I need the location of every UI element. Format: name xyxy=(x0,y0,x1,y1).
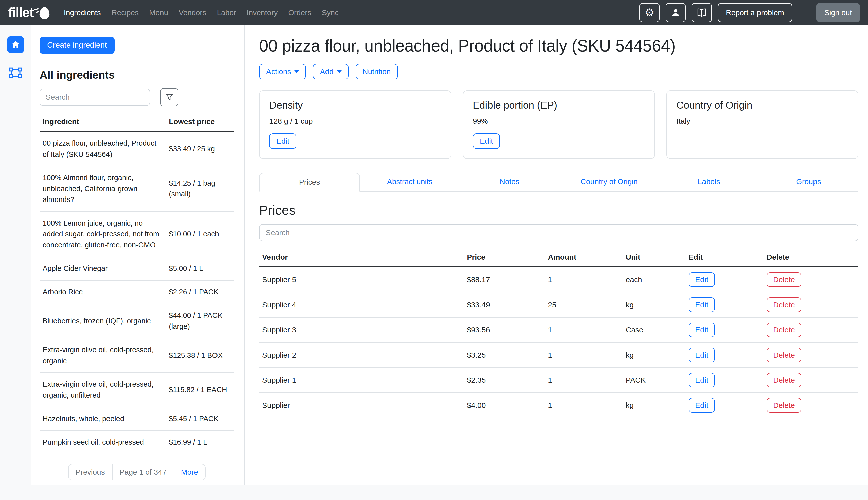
ingredient-name: 100% Almond flour, organic, unbleached, … xyxy=(40,166,169,212)
prices-search-input[interactable] xyxy=(259,224,858,241)
price-row-amount: 1 xyxy=(544,317,622,342)
tab-notes[interactable]: Notes xyxy=(460,173,559,192)
col-lowest-price: Lowest price xyxy=(169,114,234,132)
page-indicator: Page 1 of 347 xyxy=(112,464,174,480)
nav-item-sync[interactable]: Sync xyxy=(322,8,338,17)
ingredient-row[interactable]: Hazelnuts, whole, peeled$5.45 / 1 PACK xyxy=(40,407,234,431)
price-row: Supplier 5$88.171eachEditDelete xyxy=(259,267,858,292)
person-icon xyxy=(670,7,681,18)
nav-item-vendors[interactable]: Vendors xyxy=(178,8,206,17)
delete-price-button[interactable]: Delete xyxy=(766,272,801,287)
ingredient-lowest-price: $14.25 / 1 bag (small) xyxy=(169,166,234,212)
nav-links: IngredientsRecipesMenuVendorsLaborInvent… xyxy=(63,8,338,17)
ingredient-lowest-price: $16.99 / 1 L xyxy=(169,431,234,454)
report-problem-button[interactable]: Report a problem xyxy=(718,3,792,22)
edible-portion-edit-button[interactable]: Edit xyxy=(473,134,500,149)
ingredient-row[interactable]: Blueberries, frozen (IQF), organic$44.00… xyxy=(40,304,234,338)
price-row-unit: Case xyxy=(622,317,685,342)
delete-price-button[interactable]: Delete xyxy=(766,297,801,312)
card-value: 128 g / 1 cup xyxy=(269,117,441,125)
nav-item-orders[interactable]: Orders xyxy=(288,8,311,17)
price-row-amount: 1 xyxy=(544,367,622,393)
ingredient-lowest-price: $2.26 / 1 PACK xyxy=(169,281,234,304)
nav-item-menu[interactable]: Menu xyxy=(149,8,168,17)
edit-price-button[interactable]: Edit xyxy=(689,297,715,312)
settings-button[interactable]: ⚙ xyxy=(639,3,660,22)
price-row-unit: kg xyxy=(622,292,685,317)
ingredient-lowest-price: $5.45 / 1 PACK xyxy=(169,407,234,431)
app-window: fillet IngredientsRecipesMenuVendorsLabo… xyxy=(0,0,868,500)
edit-price-button[interactable]: Edit xyxy=(689,322,715,337)
ingredient-name: 100% Lemon juice, organic, no added suga… xyxy=(40,212,169,257)
caret-down-icon xyxy=(294,70,299,73)
detail-toolbar: Actions Add Nutrition xyxy=(259,64,858,79)
account-button[interactable] xyxy=(666,3,686,22)
create-ingredient-button[interactable]: Create ingredient xyxy=(40,37,115,54)
edit-price-button[interactable]: Edit xyxy=(689,398,715,412)
docs-button[interactable] xyxy=(692,3,712,22)
density-edit-button[interactable]: Edit xyxy=(269,134,296,149)
ingredient-search-input[interactable] xyxy=(40,89,150,106)
ingredient-name: Pumpkin seed oil, cold-pressed xyxy=(40,431,169,454)
ingredient-name: Extra-virgin olive oil, cold-pressed, or… xyxy=(40,338,169,373)
add-button[interactable]: Add xyxy=(313,64,348,79)
nav-item-recipes[interactable]: Recipes xyxy=(112,8,139,17)
delete-price-button[interactable]: Delete xyxy=(766,398,801,412)
home-icon xyxy=(11,40,21,50)
delete-price-button[interactable]: Delete xyxy=(766,322,801,337)
tab-groups[interactable]: Groups xyxy=(759,173,858,192)
col-unit: Unit xyxy=(622,249,685,267)
ingredient-row[interactable]: 100% Lemon juice, organic, no added suga… xyxy=(40,212,234,257)
object-group-icon xyxy=(9,67,23,81)
previous-button[interactable]: Previous xyxy=(68,464,113,480)
price-row-amount: 1 xyxy=(544,267,622,292)
sign-out-button[interactable]: Sign out xyxy=(816,3,860,22)
more-button[interactable]: More xyxy=(174,464,206,480)
col-amount: Amount xyxy=(544,249,622,267)
ingredient-row[interactable]: Pumpkin seed oil, cold-pressed$16.99 / 1… xyxy=(40,431,234,454)
ingredient-row[interactable]: Extra-virgin olive oil, cold-pressed, or… xyxy=(40,373,234,407)
delete-price-button[interactable]: Delete xyxy=(766,348,801,362)
price-row-vendor: Supplier 1 xyxy=(259,367,463,393)
caret-down-icon xyxy=(337,70,342,73)
edit-price-button[interactable]: Edit xyxy=(689,348,715,362)
ingredient-lowest-price: $5.00 / 1 L xyxy=(169,257,234,281)
ingredient-row[interactable]: 00 pizza flour, unbleached, Product of I… xyxy=(40,132,234,166)
tab-abstract-units[interactable]: Abstract units xyxy=(360,173,460,192)
price-row: Supplier 1$2.351PACKEditDelete xyxy=(259,367,858,393)
nav-item-inventory[interactable]: Inventory xyxy=(247,8,278,17)
price-row: Supplier 3$93.561CaseEditDelete xyxy=(259,317,858,342)
edit-price-button[interactable]: Edit xyxy=(689,272,715,287)
card-value: 99% xyxy=(473,117,645,125)
ingredient-name: 00 pizza flour, unbleached, Product of I… xyxy=(40,132,169,166)
price-row-price: $2.35 xyxy=(463,367,544,393)
ingredient-row[interactable]: 100% Almond flour, organic, unbleached, … xyxy=(40,166,234,212)
price-row-vendor: Supplier 3 xyxy=(259,317,463,342)
ingredient-name: Hazelnuts, whole, peeled xyxy=(40,407,169,431)
nutrition-button[interactable]: Nutrition xyxy=(356,64,398,79)
tab-prices[interactable]: Prices xyxy=(259,173,360,192)
filter-button[interactable] xyxy=(160,88,178,106)
nav-item-ingredients[interactable]: Ingredients xyxy=(63,8,101,17)
gear-icon: ⚙ xyxy=(645,7,654,18)
summary-cards: Density 128 g / 1 cup Edit Edible portio… xyxy=(259,90,858,159)
tab-country-of-origin[interactable]: Country of Origin xyxy=(559,173,659,192)
price-row-unit: kg xyxy=(622,393,685,418)
nav-item-labor[interactable]: Labor xyxy=(217,8,236,17)
actions-button[interactable]: Actions xyxy=(259,64,306,79)
ingredient-lowest-price: $125.38 / 1 BOX xyxy=(169,338,234,373)
objects-button[interactable] xyxy=(8,66,23,81)
egg-logo-icon xyxy=(34,6,50,20)
delete-price-button[interactable]: Delete xyxy=(766,373,801,387)
col-edit: Edit xyxy=(685,249,763,267)
ingredient-row[interactable]: Apple Cider Vinegar$5.00 / 1 L xyxy=(40,257,234,281)
app-logo[interactable]: fillet xyxy=(8,5,50,20)
ingredient-row[interactable]: Arborio Rice$2.26 / 1 PACK xyxy=(40,281,234,304)
edit-price-button[interactable]: Edit xyxy=(689,373,715,387)
price-row: Supplier$4.001kgEditDelete xyxy=(259,393,858,418)
col-vendor: Vendor xyxy=(259,249,463,267)
tab-labels[interactable]: Labels xyxy=(659,173,759,192)
home-button[interactable] xyxy=(7,36,24,53)
ingredient-row[interactable]: Extra-virgin olive oil, cold-pressed, or… xyxy=(40,338,234,373)
col-delete: Delete xyxy=(763,249,858,267)
